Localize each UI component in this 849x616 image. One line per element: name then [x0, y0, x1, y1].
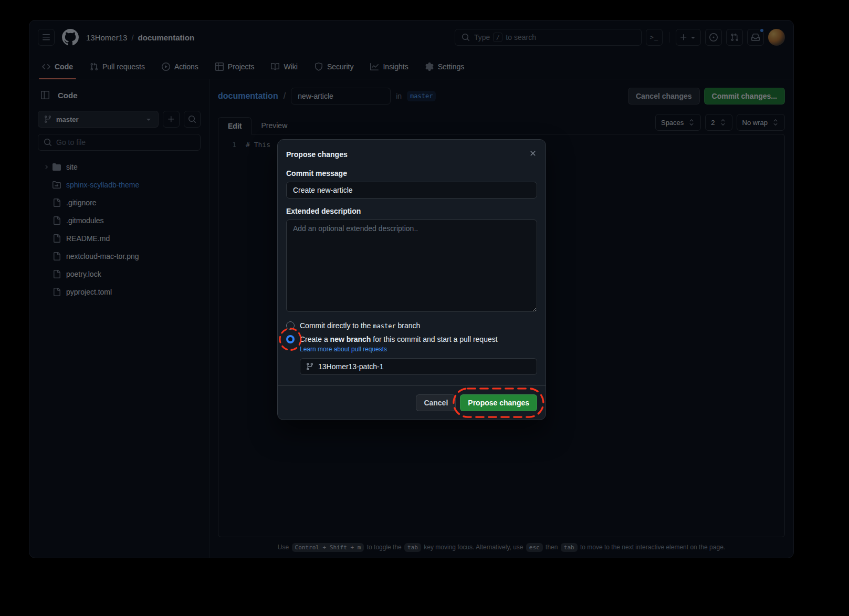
- close-icon: [529, 149, 537, 158]
- dialog-header: Propose changes: [278, 140, 546, 165]
- dialog-body: Commit message Extended description Comm…: [278, 165, 546, 385]
- extended-description-label: Extended description: [286, 207, 537, 215]
- radio-create-branch[interactable]: Create a new branch for this commit and …: [286, 335, 537, 343]
- extended-description-textarea[interactable]: [286, 220, 537, 312]
- branch-name-field[interactable]: [300, 358, 537, 375]
- radio-commit-direct-label: Commit directly to the master branch: [300, 321, 420, 330]
- propose-changes-button[interactable]: Propose changes: [460, 394, 537, 411]
- propose-changes-dialog: Propose changes Commit message Extended …: [277, 139, 546, 420]
- git-branch-icon: [306, 362, 314, 371]
- radio-checked-icon[interactable]: [286, 335, 295, 343]
- radio-create-branch-label: Create a new branch for this commit and …: [300, 335, 498, 343]
- branch-name-input[interactable]: [318, 362, 531, 371]
- propose-wrap: Propose changes: [460, 394, 537, 411]
- dialog-footer: Cancel Propose changes: [278, 385, 546, 420]
- dialog-title: Propose changes: [286, 150, 348, 159]
- radio-unchecked-icon[interactable]: [286, 321, 295, 330]
- cancel-button[interactable]: Cancel: [416, 394, 456, 411]
- commit-message-label: Commit message: [286, 169, 537, 178]
- close-dialog-button[interactable]: [526, 146, 540, 161]
- radio-commit-direct[interactable]: Commit directly to the master branch: [286, 321, 537, 330]
- commit-message-input[interactable]: [286, 182, 537, 199]
- learn-more-link[interactable]: Learn more about pull requests: [300, 346, 387, 353]
